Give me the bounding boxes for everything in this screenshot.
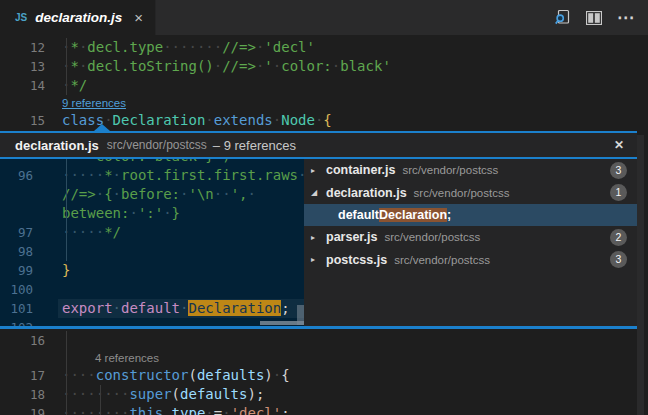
code-token: * bbox=[104, 167, 112, 183]
tab-close-icon[interactable]: × bbox=[134, 10, 143, 25]
code-text: ····constructor(defaults)·{ bbox=[45, 366, 290, 385]
code-token: { bbox=[281, 367, 289, 383]
code-token: ····· bbox=[62, 167, 104, 183]
code-token: ; bbox=[256, 386, 264, 402]
peek-title-reference-count: – 9 references bbox=[213, 138, 296, 153]
peek-title-path: src/vendor/postcss bbox=[107, 138, 207, 152]
code-token: decl.toString() bbox=[87, 58, 213, 74]
code-token: 'decl' bbox=[264, 39, 315, 55]
code-line: 14·*/ bbox=[0, 76, 648, 95]
code-token: ; bbox=[281, 300, 289, 316]
reference-result-row[interactable]: default Declaration; bbox=[304, 204, 637, 226]
code-token: · bbox=[205, 405, 213, 415]
code-token: ········ bbox=[62, 405, 129, 415]
references-tree: ▸container.jssrc/vendor/postcss3◢declara… bbox=[304, 159, 637, 326]
peek-code-editor: ····color:·black·}')96·····*·root.first.… bbox=[0, 159, 304, 326]
code-token: export bbox=[62, 300, 113, 316]
editor-vertical-scrollbar[interactable] bbox=[637, 135, 644, 415]
code-line: 97·····*/ bbox=[0, 223, 304, 242]
code-text: class·Declaration·extends·Node·{ bbox=[45, 111, 332, 130]
code-line: 98 bbox=[0, 242, 304, 261]
file-name: container.js bbox=[326, 163, 395, 177]
indent-guide bbox=[100, 385, 101, 415]
code-token: Node bbox=[281, 112, 315, 128]
reference-file-row-postcss-js[interactable]: ▸postcss.jssrc/vendor/postcss3 bbox=[304, 249, 637, 271]
line-number: 12 bbox=[0, 38, 45, 57]
code-token: Declaration bbox=[113, 112, 206, 128]
reference-count-badge: 2 bbox=[610, 229, 627, 246]
code-text: ·*·decl.type·······//=>·'decl' bbox=[45, 38, 315, 57]
line-number: 17 bbox=[0, 366, 45, 385]
codelens-link[interactable]: 9 references bbox=[0, 95, 648, 111]
code-token: { bbox=[104, 186, 112, 202]
tab-title: declaration.js bbox=[35, 10, 122, 25]
code-line: //=>·{·before:·'\n··',· bbox=[0, 185, 304, 204]
code-token: . bbox=[163, 405, 171, 415]
chevron-expanded-icon[interactable]: ◢ bbox=[311, 188, 326, 197]
line-number: 102 bbox=[0, 318, 33, 326]
split-editor-icon[interactable] bbox=[586, 11, 602, 25]
file-path: src/vendor/postcss bbox=[384, 231, 480, 243]
file-path: src/vendor/postcss bbox=[402, 164, 498, 176]
code-token: · bbox=[205, 112, 213, 128]
file-name: declaration.js bbox=[326, 186, 407, 200]
code-token: ···· bbox=[62, 159, 96, 164]
line-number: 19 bbox=[0, 404, 45, 415]
vscode-window: JS declaration.js × ⋯ 1 bbox=[0, 0, 648, 415]
tab-declaration-js[interactable]: JS declaration.js × bbox=[0, 0, 156, 35]
code-token: } bbox=[172, 205, 180, 221]
reference-count-badge: 3 bbox=[610, 162, 627, 179]
code-line: 16 bbox=[0, 331, 648, 350]
code-line: 96·····*·root.first.first.raws· bbox=[0, 166, 304, 185]
code-token: ; bbox=[281, 405, 289, 415]
code-text bbox=[33, 242, 62, 261]
code-line: 101export·default·Declaration; bbox=[0, 299, 304, 318]
code-text bbox=[33, 280, 62, 299]
reference-text: default bbox=[338, 208, 379, 222]
peek-close-icon[interactable]: ✕ bbox=[609, 138, 629, 152]
editor-actions: ⋯ bbox=[554, 0, 648, 35]
code-text: ········super(defaults); bbox=[45, 385, 264, 404]
code-token: //=> bbox=[62, 186, 96, 202]
code-token: ', bbox=[231, 186, 248, 202]
line-number bbox=[0, 204, 33, 223]
codelens-label: 4 references bbox=[0, 350, 648, 366]
code-token: black bbox=[155, 159, 197, 164]
code-token: · bbox=[214, 58, 222, 74]
indent-guide bbox=[66, 331, 67, 415]
code-token: · bbox=[163, 205, 171, 221]
reference-file-row-declaration-js[interactable]: ◢declaration.jssrc/vendor/postcss1 bbox=[304, 181, 637, 203]
code-token: between: bbox=[62, 205, 129, 221]
code-token: · bbox=[273, 367, 281, 383]
chevron-collapsed-icon[interactable]: ▸ bbox=[311, 166, 326, 175]
indent-guide bbox=[66, 159, 67, 261]
code-token: ········ bbox=[62, 386, 129, 402]
code-token: * bbox=[70, 39, 78, 55]
file-name: parser.js bbox=[326, 230, 377, 244]
code-token: default bbox=[121, 300, 180, 316]
code-token: ······· bbox=[163, 39, 222, 55]
chevron-collapsed-icon[interactable]: ▸ bbox=[311, 255, 326, 264]
code-token: decl.type bbox=[87, 39, 163, 55]
code-token: · bbox=[113, 186, 121, 202]
chevron-collapsed-icon[interactable]: ▸ bbox=[311, 233, 326, 242]
code-token: }') bbox=[205, 159, 230, 164]
file-name: postcss.js bbox=[326, 253, 387, 267]
reference-file-row-parser-js[interactable]: ▸parser.jssrc/vendor/postcss2 bbox=[304, 226, 637, 248]
reference-text: ; bbox=[447, 208, 451, 222]
code-token: · bbox=[113, 300, 121, 316]
peek-horizontal-scrollbar[interactable] bbox=[260, 321, 304, 325]
editor-bottom-section: 164 references17····constructor(defaults… bbox=[0, 329, 648, 415]
reference-file-row-container-js[interactable]: ▸container.jssrc/vendor/postcss3 bbox=[304, 159, 637, 181]
javascript-file-icon: JS bbox=[15, 12, 27, 23]
code-line: ····color:·black·}') bbox=[0, 159, 304, 166]
more-actions-icon[interactable]: ⋯ bbox=[617, 13, 635, 23]
code-line: 100 bbox=[0, 280, 304, 299]
line-number bbox=[0, 159, 33, 166]
line-number: 101 bbox=[0, 299, 33, 318]
reference-count-badge: 1 bbox=[610, 184, 627, 201]
code-text: between:·':'·} bbox=[33, 204, 180, 223]
code-line: 99} bbox=[0, 261, 304, 280]
find-in-file-icon[interactable] bbox=[554, 9, 571, 26]
code-token: · bbox=[248, 186, 256, 202]
